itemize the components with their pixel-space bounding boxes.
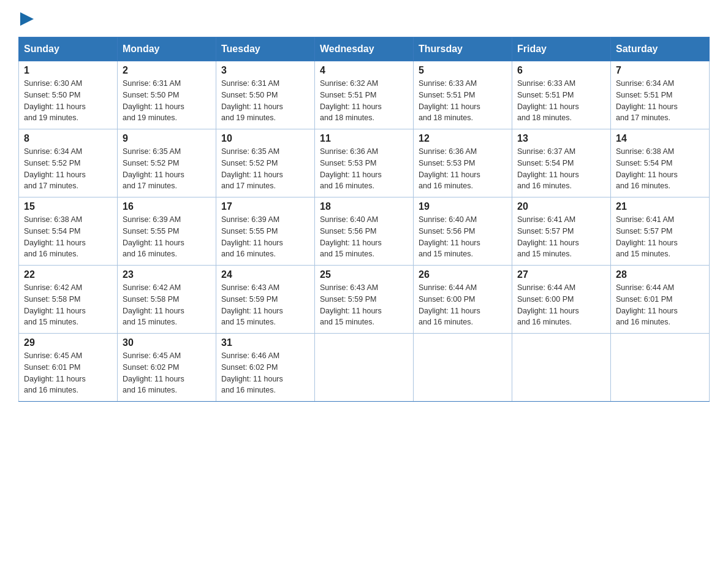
day-info: Sunrise: 6:44 AMSunset: 6:00 PMDaylight:… <box>517 283 579 326</box>
calendar-day-cell: 25 Sunrise: 6:43 AMSunset: 5:59 PMDaylig… <box>315 266 414 334</box>
day-info: Sunrise: 6:46 AMSunset: 6:02 PMDaylight:… <box>221 351 283 394</box>
day-info: Sunrise: 6:40 AMSunset: 5:56 PMDaylight:… <box>320 215 382 258</box>
calendar-week-row: 8 Sunrise: 6:34 AMSunset: 5:52 PMDayligh… <box>19 129 710 197</box>
calendar-day-cell: 31 Sunrise: 6:46 AMSunset: 6:02 PMDaylig… <box>216 334 315 402</box>
calendar-day-cell: 14 Sunrise: 6:38 AMSunset: 5:54 PMDaylig… <box>611 129 710 197</box>
calendar-day-cell: 21 Sunrise: 6:41 AMSunset: 5:57 PMDaylig… <box>611 197 710 266</box>
day-number: 30 <box>123 337 211 348</box>
calendar-day-cell: 5 Sunrise: 6:33 AMSunset: 5:51 PMDayligh… <box>414 61 512 129</box>
day-info: Sunrise: 6:35 AMSunset: 5:52 PMDaylight:… <box>221 147 283 190</box>
day-number: 18 <box>320 201 408 212</box>
calendar-day-cell: 15 Sunrise: 6:38 AMSunset: 5:54 PMDaylig… <box>19 197 118 266</box>
column-header-tuesday: Tuesday <box>216 37 315 61</box>
day-number: 15 <box>24 201 112 212</box>
day-number: 11 <box>320 133 408 144</box>
day-number: 25 <box>320 269 408 280</box>
calendar-day-cell: 23 Sunrise: 6:42 AMSunset: 5:58 PMDaylig… <box>118 266 216 334</box>
svg-marker-0 <box>20 12 34 26</box>
day-number: 2 <box>123 65 211 76</box>
calendar-day-cell <box>512 334 611 402</box>
day-info: Sunrise: 6:36 AMSunset: 5:53 PMDaylight:… <box>419 147 480 190</box>
logo <box>18 12 34 25</box>
day-number: 9 <box>123 133 211 144</box>
day-number: 31 <box>221 337 309 348</box>
day-info: Sunrise: 6:41 AMSunset: 5:57 PMDaylight:… <box>517 215 579 258</box>
calendar-day-cell: 29 Sunrise: 6:45 AMSunset: 6:01 PMDaylig… <box>19 334 118 402</box>
day-info: Sunrise: 6:44 AMSunset: 6:00 PMDaylight:… <box>419 283 480 326</box>
calendar-day-cell: 24 Sunrise: 6:43 AMSunset: 5:59 PMDaylig… <box>216 266 315 334</box>
day-info: Sunrise: 6:38 AMSunset: 5:54 PMDaylight:… <box>616 147 678 190</box>
day-number: 17 <box>221 201 309 212</box>
day-number: 5 <box>419 65 507 76</box>
day-info: Sunrise: 6:30 AMSunset: 5:50 PMDaylight:… <box>24 79 86 122</box>
column-header-friday: Friday <box>512 37 611 61</box>
calendar-day-cell: 19 Sunrise: 6:40 AMSunset: 5:56 PMDaylig… <box>414 197 512 266</box>
day-number: 20 <box>517 201 605 212</box>
day-number: 6 <box>517 65 605 76</box>
day-info: Sunrise: 6:34 AMSunset: 5:51 PMDaylight:… <box>616 79 678 122</box>
day-number: 22 <box>24 269 112 280</box>
day-number: 7 <box>616 65 704 76</box>
day-info: Sunrise: 6:42 AMSunset: 5:58 PMDaylight:… <box>123 283 184 326</box>
day-number: 13 <box>517 133 605 144</box>
day-info: Sunrise: 6:42 AMSunset: 5:58 PMDaylight:… <box>24 283 86 326</box>
calendar-day-cell: 26 Sunrise: 6:44 AMSunset: 6:00 PMDaylig… <box>414 266 512 334</box>
day-number: 19 <box>419 201 507 212</box>
day-info: Sunrise: 6:45 AMSunset: 6:02 PMDaylight:… <box>123 351 184 394</box>
calendar-day-cell: 1 Sunrise: 6:30 AMSunset: 5:50 PMDayligh… <box>19 61 118 129</box>
day-number: 21 <box>616 201 704 212</box>
calendar-week-row: 22 Sunrise: 6:42 AMSunset: 5:58 PMDaylig… <box>19 266 710 334</box>
day-number: 23 <box>123 269 211 280</box>
calendar-day-cell: 16 Sunrise: 6:39 AMSunset: 5:55 PMDaylig… <box>118 197 216 266</box>
calendar-day-cell <box>315 334 414 402</box>
calendar-header-row: SundayMondayTuesdayWednesdayThursdayFrid… <box>19 37 710 61</box>
day-number: 10 <box>221 133 309 144</box>
calendar-week-row: 1 Sunrise: 6:30 AMSunset: 5:50 PMDayligh… <box>19 61 710 129</box>
day-info: Sunrise: 6:39 AMSunset: 5:55 PMDaylight:… <box>221 215 283 258</box>
day-number: 8 <box>24 133 112 144</box>
day-info: Sunrise: 6:43 AMSunset: 5:59 PMDaylight:… <box>221 283 283 326</box>
calendar-day-cell: 13 Sunrise: 6:37 AMSunset: 5:54 PMDaylig… <box>512 129 611 197</box>
logo-triangle-icon <box>20 12 34 26</box>
day-info: Sunrise: 6:39 AMSunset: 5:55 PMDaylight:… <box>123 215 184 258</box>
calendar-day-cell: 7 Sunrise: 6:34 AMSunset: 5:51 PMDayligh… <box>611 61 710 129</box>
column-header-saturday: Saturday <box>611 37 710 61</box>
calendar-day-cell: 2 Sunrise: 6:31 AMSunset: 5:50 PMDayligh… <box>118 61 216 129</box>
day-info: Sunrise: 6:33 AMSunset: 5:51 PMDaylight:… <box>419 79 480 122</box>
column-header-monday: Monday <box>118 37 216 61</box>
day-number: 27 <box>517 269 605 280</box>
day-number: 1 <box>24 65 112 76</box>
column-header-wednesday: Wednesday <box>315 37 414 61</box>
day-number: 24 <box>221 269 309 280</box>
day-info: Sunrise: 6:38 AMSunset: 5:54 PMDaylight:… <box>24 215 86 258</box>
calendar-table: SundayMondayTuesdayWednesdayThursdayFrid… <box>18 37 710 402</box>
day-info: Sunrise: 6:45 AMSunset: 6:01 PMDaylight:… <box>24 351 86 394</box>
day-number: 3 <box>221 65 309 76</box>
day-number: 26 <box>419 269 507 280</box>
calendar-day-cell: 11 Sunrise: 6:36 AMSunset: 5:53 PMDaylig… <box>315 129 414 197</box>
calendar-day-cell: 12 Sunrise: 6:36 AMSunset: 5:53 PMDaylig… <box>414 129 512 197</box>
day-info: Sunrise: 6:31 AMSunset: 5:50 PMDaylight:… <box>123 79 184 122</box>
calendar-day-cell: 3 Sunrise: 6:31 AMSunset: 5:50 PMDayligh… <box>216 61 315 129</box>
calendar-day-cell: 22 Sunrise: 6:42 AMSunset: 5:58 PMDaylig… <box>19 266 118 334</box>
calendar-day-cell: 20 Sunrise: 6:41 AMSunset: 5:57 PMDaylig… <box>512 197 611 266</box>
calendar-day-cell: 10 Sunrise: 6:35 AMSunset: 5:52 PMDaylig… <box>216 129 315 197</box>
calendar-day-cell: 8 Sunrise: 6:34 AMSunset: 5:52 PMDayligh… <box>19 129 118 197</box>
calendar-day-cell: 18 Sunrise: 6:40 AMSunset: 5:56 PMDaylig… <box>315 197 414 266</box>
day-info: Sunrise: 6:31 AMSunset: 5:50 PMDaylight:… <box>221 79 283 122</box>
day-info: Sunrise: 6:44 AMSunset: 6:01 PMDaylight:… <box>616 283 678 326</box>
day-info: Sunrise: 6:32 AMSunset: 5:51 PMDaylight:… <box>320 79 382 122</box>
day-number: 16 <box>123 201 211 212</box>
calendar-day-cell: 4 Sunrise: 6:32 AMSunset: 5:51 PMDayligh… <box>315 61 414 129</box>
calendar-day-cell: 27 Sunrise: 6:44 AMSunset: 6:00 PMDaylig… <box>512 266 611 334</box>
day-number: 28 <box>616 269 704 280</box>
day-info: Sunrise: 6:34 AMSunset: 5:52 PMDaylight:… <box>24 147 86 190</box>
calendar-day-cell <box>611 334 710 402</box>
day-info: Sunrise: 6:41 AMSunset: 5:57 PMDaylight:… <box>616 215 678 258</box>
day-number: 29 <box>24 337 112 348</box>
day-info: Sunrise: 6:36 AMSunset: 5:53 PMDaylight:… <box>320 147 382 190</box>
calendar-day-cell: 17 Sunrise: 6:39 AMSunset: 5:55 PMDaylig… <box>216 197 315 266</box>
calendar-week-row: 15 Sunrise: 6:38 AMSunset: 5:54 PMDaylig… <box>19 197 710 266</box>
day-info: Sunrise: 6:35 AMSunset: 5:52 PMDaylight:… <box>123 147 184 190</box>
calendar-day-cell: 28 Sunrise: 6:44 AMSunset: 6:01 PMDaylig… <box>611 266 710 334</box>
